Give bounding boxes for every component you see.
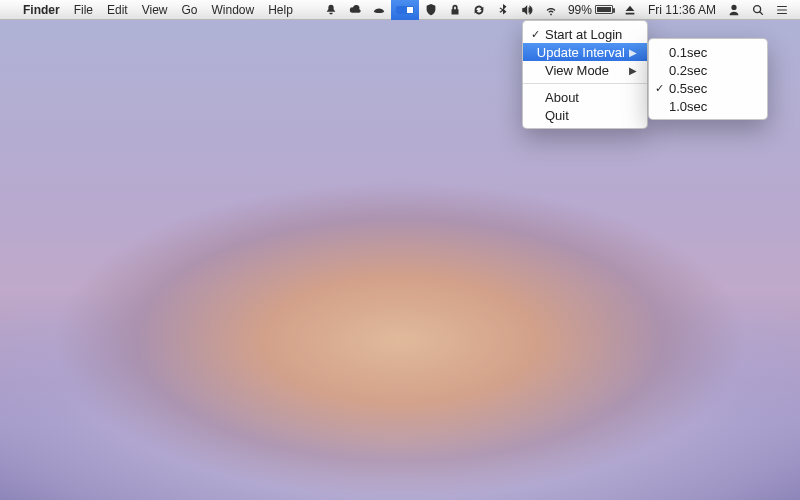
menubar-left: Finder File Edit View Go Window Help [8, 0, 300, 19]
menu-item-about[interactable]: About [523, 88, 647, 106]
submenu-arrow-icon: ▶ [629, 65, 637, 76]
menu-item-label: Update Interval [537, 45, 625, 60]
menu-go[interactable]: Go [175, 0, 205, 20]
interval-option-1-0[interactable]: 1.0sec [649, 97, 767, 115]
battery-status[interactable]: 99% [563, 0, 618, 20]
submenu-arrow-icon: ▶ [629, 47, 637, 58]
menu-edit[interactable]: Edit [100, 0, 135, 20]
wifi-icon[interactable] [539, 0, 563, 20]
menu-file[interactable]: File [67, 0, 100, 20]
app-progress-icon[interactable] [391, 0, 419, 20]
battery-percent-label: 99% [568, 0, 592, 20]
menu-item-start-at-login[interactable]: ✓ Start at Login [523, 25, 647, 43]
user-icon[interactable] [722, 0, 746, 20]
menu-item-update-interval[interactable]: Update Interval ▶ [523, 43, 647, 61]
bluetooth-icon[interactable] [491, 0, 515, 20]
eject-icon[interactable] [618, 0, 642, 20]
update-interval-submenu: 0.1sec 0.2sec ✓ 0.5sec 1.0sec [648, 38, 768, 120]
menu-item-quit[interactable]: Quit [523, 106, 647, 124]
desktop: Finder File Edit View Go Window Help 99% [0, 0, 800, 500]
menu-item-label: About [545, 90, 637, 105]
app-name[interactable]: Finder [16, 0, 67, 20]
menu-item-label: View Mode [545, 63, 625, 78]
notification-center-icon[interactable] [770, 0, 794, 20]
shield-icon[interactable] [419, 0, 443, 20]
menu-view[interactable]: View [135, 0, 175, 20]
menu-item-label: 0.2sec [669, 63, 757, 78]
menu-item-label: Start at Login [545, 27, 637, 42]
menu-item-label: 0.5sec [669, 81, 757, 96]
interval-option-0-1[interactable]: 0.1sec [649, 43, 767, 61]
menubar: Finder File Edit View Go Window Help 99% [0, 0, 800, 20]
menubar-right: 99% Fri 11:36 AM [319, 0, 794, 19]
menu-window[interactable]: Window [205, 0, 262, 20]
menu-item-label: Quit [545, 108, 637, 123]
checkmark-icon: ✓ [529, 28, 541, 41]
lock-icon[interactable] [443, 0, 467, 20]
menu-item-view-mode[interactable]: View Mode ▶ [523, 61, 647, 79]
sync-icon[interactable] [467, 0, 491, 20]
interval-option-0-5[interactable]: ✓ 0.5sec [649, 79, 767, 97]
menu-help[interactable]: Help [261, 0, 300, 20]
interval-option-0-2[interactable]: 0.2sec [649, 61, 767, 79]
menubar-app-dropdown: ✓ Start at Login Update Interval ▶ View … [522, 20, 648, 129]
cloud-icon[interactable] [343, 0, 367, 20]
menu-separator [523, 83, 647, 84]
notification-bell-icon[interactable] [319, 0, 343, 20]
hat-icon[interactable] [367, 0, 391, 20]
menu-item-label: 0.1sec [669, 45, 757, 60]
menubar-clock[interactable]: Fri 11:36 AM [642, 0, 722, 20]
menu-item-label: 1.0sec [669, 99, 757, 114]
checkmark-icon: ✓ [653, 82, 665, 95]
spotlight-icon[interactable] [746, 0, 770, 20]
volume-icon[interactable] [515, 0, 539, 20]
battery-icon [595, 5, 613, 14]
